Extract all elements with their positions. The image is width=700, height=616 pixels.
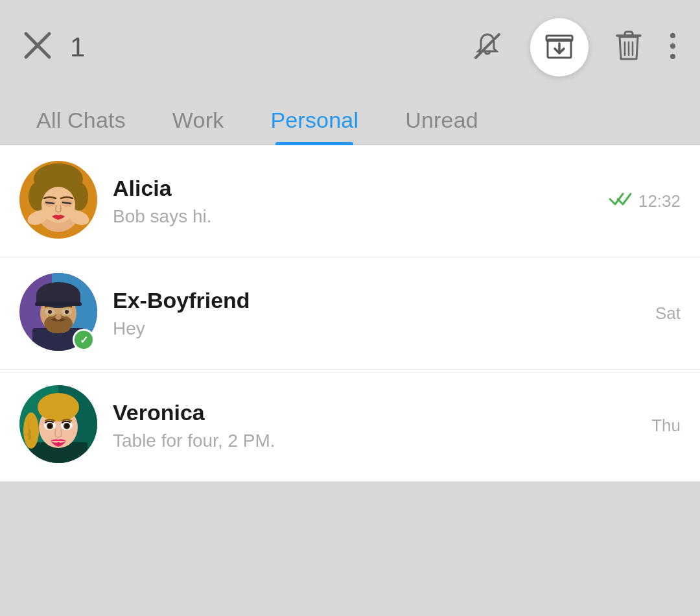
chat-item-alicia[interactable]: Alicia Bob says hi. 12:32 — [0, 145, 700, 257]
chat-item-veronica[interactable]: Veronica Table for four, 2 PM. Thu — [0, 370, 700, 482]
tabs: All Chats Work Personal Unread — [0, 95, 700, 145]
delete-button[interactable] — [614, 30, 643, 64]
svg-point-40 — [55, 314, 62, 320]
svg-rect-43 — [35, 302, 82, 306]
chat-content-veronica: Veronica Table for four, 2 PM. — [113, 400, 641, 451]
tab-work[interactable]: Work — [149, 95, 248, 145]
svg-point-13 — [670, 54, 675, 59]
svg-point-12 — [670, 43, 675, 49]
chat-preview-exboyfriend: Hey — [113, 318, 645, 339]
chat-meta-exboyfriend: Sat — [655, 303, 681, 324]
chat-meta-alicia: 12:32 — [609, 191, 681, 211]
tab-unread[interactable]: Unread — [382, 95, 502, 145]
svg-point-54 — [48, 424, 52, 428]
chat-list: Alicia Bob says hi. 12:32 — [0, 145, 700, 482]
archive-button[interactable] — [530, 18, 589, 77]
avatar-wrap-veronica — [19, 385, 97, 466]
svg-point-34 — [47, 323, 70, 333]
avatar-wrap-exboyfriend — [19, 273, 97, 353]
chat-item-exboyfriend[interactable]: Ex-Boyfriend Hey Sat — [0, 257, 700, 370]
avatar-veronica — [19, 385, 97, 463]
avatar-alicia — [19, 161, 97, 239]
chat-name-veronica: Veronica — [113, 400, 641, 425]
online-badge-exboyfriend — [73, 329, 95, 351]
svg-point-38 — [48, 310, 52, 314]
action-bar-right — [471, 18, 677, 77]
chat-time-alicia: 12:32 — [638, 191, 681, 211]
chat-name-exboyfriend: Ex-Boyfriend — [113, 288, 645, 313]
close-button[interactable] — [23, 31, 52, 64]
chat-preview-alicia: Bob says hi. — [113, 206, 598, 227]
chat-content-alicia: Alicia Bob says hi. — [113, 176, 598, 227]
chat-content-exboyfriend: Ex-Boyfriend Hey — [113, 288, 645, 339]
selection-count: 1 — [70, 32, 85, 63]
svg-point-50 — [38, 393, 79, 421]
more-options-button[interactable] — [669, 30, 677, 64]
svg-point-11 — [670, 33, 675, 38]
chat-name-alicia: Alicia — [113, 176, 598, 201]
mute-button[interactable] — [471, 29, 504, 65]
chat-time-veronica: Thu — [651, 416, 681, 436]
svg-point-39 — [65, 310, 69, 314]
chat-meta-veronica: Thu — [651, 416, 681, 436]
action-bar: 1 — [0, 0, 700, 95]
svg-point-57 — [65, 424, 69, 428]
chat-time-exboyfriend: Sat — [655, 303, 681, 324]
svg-point-51 — [23, 412, 39, 449]
read-receipt-alicia — [609, 191, 635, 211]
avatar-wrap-alicia — [19, 161, 97, 241]
chat-preview-veronica: Table for four, 2 PM. — [113, 431, 641, 451]
svg-rect-4 — [546, 36, 572, 41]
action-bar-left: 1 — [23, 31, 471, 64]
tab-all-chats[interactable]: All Chats — [13, 95, 149, 145]
tab-personal[interactable]: Personal — [247, 95, 382, 145]
